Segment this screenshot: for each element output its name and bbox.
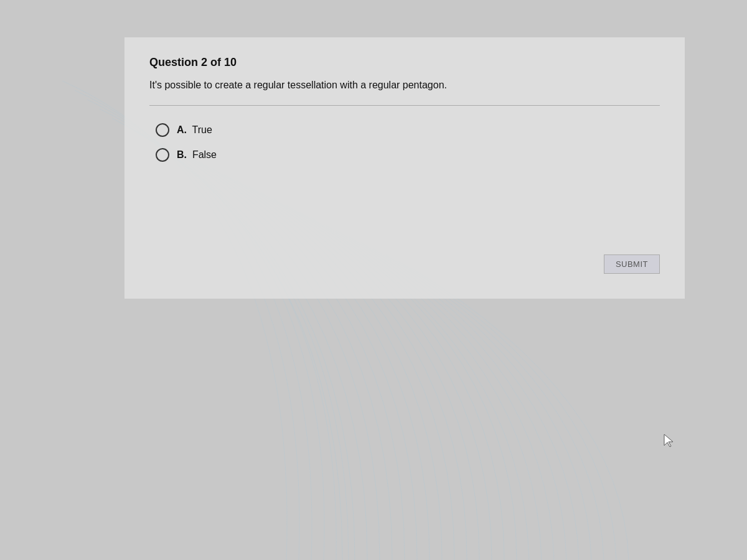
submit-button[interactable]: SUBMIT [604, 254, 660, 274]
option-a-letter: A. [177, 124, 187, 135]
option-a[interactable]: A. True [156, 123, 660, 137]
option-b-letter: B. [177, 149, 187, 160]
option-b-text: False [192, 149, 217, 160]
option-a-text: True [192, 124, 212, 135]
question-text: It's possible to create a regular tessel… [149, 78, 660, 93]
divider [149, 105, 660, 106]
option-a-label: A. True [177, 124, 212, 136]
radio-b[interactable] [156, 148, 169, 162]
cursor-icon [663, 433, 675, 448]
radio-a[interactable] [156, 123, 169, 137]
option-b[interactable]: B. False [156, 148, 660, 162]
question-header: Question 2 of 10 [149, 56, 660, 69]
content-area: Question 2 of 10 It's possible to create… [125, 37, 685, 299]
option-b-label: B. False [177, 149, 217, 161]
options-container: A. True B. False [149, 123, 660, 162]
